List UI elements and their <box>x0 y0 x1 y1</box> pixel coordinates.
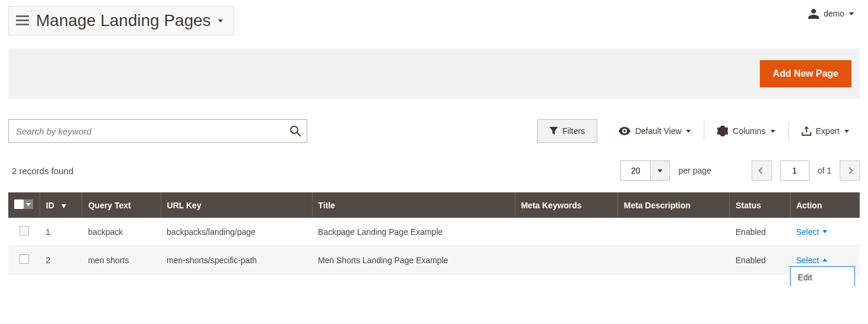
svg-rect-1 <box>16 19 29 21</box>
header-url-key[interactable]: URL Key <box>161 192 312 218</box>
page-size-dropdown[interactable] <box>650 161 670 181</box>
header-id[interactable]: ID <box>40 192 82 218</box>
action-dropdown: Edit Delete <box>790 266 855 287</box>
header-meta-description[interactable]: Meta Description <box>617 192 729 218</box>
page-title: Manage Landing Pages <box>36 11 211 30</box>
controls-row: Filters Default View Columns <box>8 119 860 143</box>
chevron-left-icon <box>758 167 765 174</box>
select-all-checkbox[interactable] <box>14 199 24 209</box>
cell-md <box>617 218 729 246</box>
next-page-button[interactable] <box>840 161 860 181</box>
chevron-right-icon <box>846 167 853 174</box>
hamburger-icon <box>16 15 29 26</box>
add-new-page-button[interactable]: Add New Page <box>760 60 851 87</box>
header-title[interactable]: Title <box>312 192 515 218</box>
cell-url: backpacks/landing/page <box>161 218 312 246</box>
default-view-label: Default View <box>635 126 681 136</box>
chevron-down-icon <box>849 12 854 15</box>
search-input[interactable] <box>8 119 307 143</box>
user-menu[interactable]: demo <box>808 8 854 19</box>
columns-button[interactable]: Columns <box>707 119 785 143</box>
sort-arrow-icon <box>61 204 66 208</box>
title-caret-icon <box>218 19 223 22</box>
action-select[interactable]: Select <box>796 256 827 265</box>
per-page-label: per page <box>678 166 711 175</box>
chevron-down-icon <box>771 130 775 133</box>
cell-id: 1 <box>40 218 82 246</box>
search-wrap <box>8 119 307 143</box>
search-icon[interactable] <box>290 125 301 137</box>
divider <box>788 121 789 141</box>
cell-url: men-shorts/specific-path <box>161 246 312 274</box>
current-page-input[interactable] <box>780 161 810 181</box>
svg-point-5 <box>623 130 626 132</box>
landing-pages-table: ID Query Text URL Key Title Meta Keyword… <box>8 192 860 274</box>
svg-point-3 <box>291 126 298 133</box>
export-button[interactable]: Export <box>791 119 860 143</box>
cell-md <box>617 246 729 274</box>
of-pages-label: of 1 <box>818 166 831 175</box>
right-controls: Filters Default View Columns <box>537 119 860 143</box>
gear-icon <box>717 126 728 136</box>
svg-rect-0 <box>16 15 29 17</box>
row-checkbox[interactable] <box>19 254 29 264</box>
eye-icon <box>619 127 630 135</box>
header-status[interactable]: Status <box>730 192 790 218</box>
table-row[interactable]: 2 men shorts men-shorts/specific-path Me… <box>8 246 860 274</box>
cell-title: Backpage Landing Page Example <box>312 218 515 246</box>
chevron-down-icon <box>658 169 662 172</box>
columns-label: Columns <box>733 126 765 136</box>
action-select-label: Select <box>796 256 819 265</box>
user-name: demo <box>824 9 844 18</box>
prev-page-button[interactable] <box>752 161 772 181</box>
cell-query: backpack <box>82 218 161 246</box>
action-bar: Add New Page <box>8 48 860 99</box>
dropdown-item-edit[interactable]: Edit <box>791 267 854 287</box>
page-size-input[interactable] <box>620 161 650 181</box>
action-select[interactable]: Select <box>796 227 827 237</box>
divider <box>704 121 704 141</box>
select-all-dropdown[interactable] <box>24 199 33 209</box>
page-title-wrap[interactable]: Manage Landing Pages <box>8 6 234 35</box>
cell-status: Enabled <box>730 218 790 246</box>
header-meta-keywords[interactable]: Meta Keywords <box>515 192 617 218</box>
cell-mk <box>515 218 617 246</box>
export-icon <box>802 126 811 136</box>
cell-mk <box>515 246 617 274</box>
cell-id: 2 <box>40 246 82 274</box>
action-select-label: Select <box>796 227 819 237</box>
header-query-text[interactable]: Query Text <box>82 192 161 218</box>
chevron-down-icon <box>844 130 849 133</box>
export-label: Export <box>816 126 840 136</box>
chevron-down-icon <box>686 130 691 133</box>
chevron-up-icon <box>823 258 827 261</box>
table-row[interactable]: 1 backpack backpacks/landing/page Backpa… <box>8 218 860 246</box>
cell-status: Enabled <box>730 246 790 274</box>
default-view-button[interactable]: Default View <box>608 119 701 143</box>
user-icon <box>808 8 819 19</box>
header-checkbox[interactable] <box>8 192 40 218</box>
pager-controls: per page of 1 <box>620 161 860 181</box>
filters-button[interactable]: Filters <box>537 119 597 143</box>
funnel-icon <box>550 127 558 135</box>
svg-rect-2 <box>16 24 29 25</box>
records-found-label: 2 records found <box>8 166 73 176</box>
cell-title: Men Shorts Landing Page Example <box>312 246 515 274</box>
chevron-down-icon <box>823 230 827 233</box>
header-action[interactable]: Action <box>790 192 860 218</box>
svg-line-4 <box>297 133 301 136</box>
pagination-row: 2 records found per page of 1 <box>8 161 860 181</box>
cell-query: men shorts <box>82 246 161 274</box>
row-checkbox[interactable] <box>19 226 29 235</box>
filters-label: Filters <box>563 126 585 136</box>
